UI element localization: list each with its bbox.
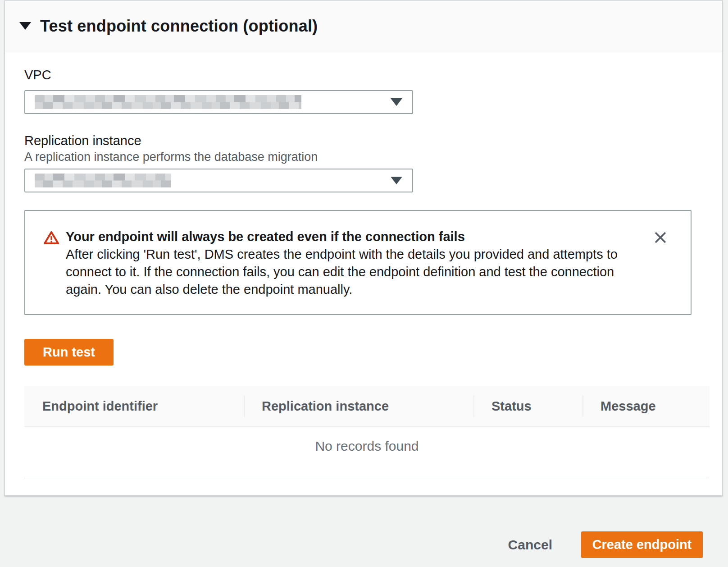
test-endpoint-connection-panel: Test endpoint connection (optional) VPC … xyxy=(5,0,723,496)
run-test-button[interactable]: Run test xyxy=(24,339,114,366)
redacted-vpc-value xyxy=(35,95,301,109)
vpc-select[interactable] xyxy=(24,90,413,114)
replication-instance-description: A replication instance performs the data… xyxy=(24,150,318,164)
create-endpoint-button[interactable]: Create endpoint xyxy=(581,531,703,558)
table-header-row: Endpoint identifier Replication instance… xyxy=(24,386,710,427)
empty-state-text: No records found xyxy=(24,427,710,478)
replication-instance-label: Replication instance xyxy=(24,133,141,148)
column-header-status: Status xyxy=(473,386,582,426)
warning-triangle-icon xyxy=(43,230,59,247)
alert-title: Your endpoint will always be created eve… xyxy=(66,228,465,246)
test-results-table: Endpoint identifier Replication instance… xyxy=(24,386,710,478)
vpc-label: VPC xyxy=(24,68,51,82)
select-caret-icon xyxy=(391,177,402,184)
section-title: Test endpoint connection (optional) xyxy=(40,17,318,36)
close-icon[interactable] xyxy=(653,230,668,245)
replication-instance-select[interactable] xyxy=(24,169,413,192)
select-caret-icon xyxy=(391,98,402,106)
section-header[interactable]: Test endpoint connection (optional) xyxy=(5,1,722,51)
column-header-replication-instance: Replication instance xyxy=(244,386,473,426)
form-footer-actions: Cancel Create endpoint xyxy=(508,531,703,558)
alert-body: After clicking 'Run test', DMS creates t… xyxy=(66,246,651,298)
column-header-message: Message xyxy=(582,386,710,426)
cancel-button[interactable]: Cancel xyxy=(508,537,552,553)
column-header-endpoint-identifier: Endpoint identifier xyxy=(24,386,244,426)
caret-down-icon xyxy=(19,22,31,30)
warning-alert: Your endpoint will always be created eve… xyxy=(24,210,692,315)
redacted-replication-instance-value xyxy=(35,174,171,187)
